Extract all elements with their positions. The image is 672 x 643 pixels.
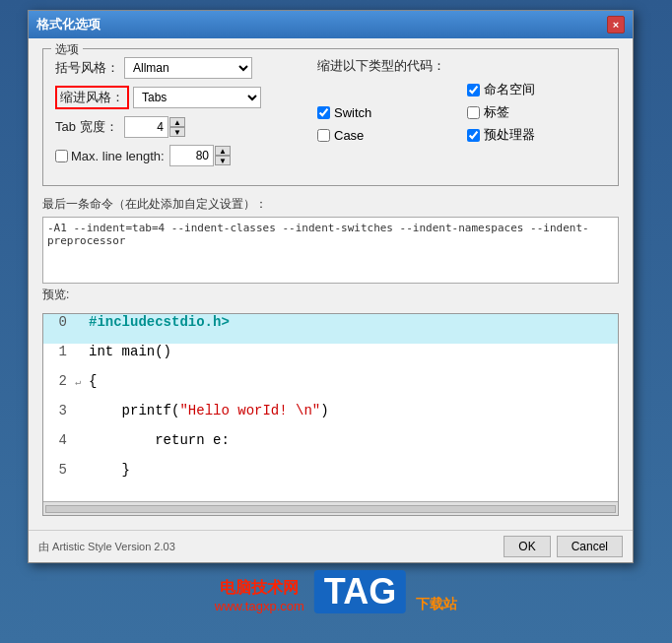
namespace-checkbox-row: 命名空间 xyxy=(467,81,607,98)
code-line-1: 1 int main() xyxy=(43,344,618,373)
scrollbar-track[interactable] xyxy=(45,505,616,513)
left-column: 括号风格： Allman 缩进风格： Tabs Tab xyxy=(55,57,282,173)
preprocessor-checkbox[interactable] xyxy=(467,129,480,142)
close-button[interactable]: × xyxy=(607,16,625,33)
tag-label: 标签 xyxy=(484,103,509,121)
namespace-checkbox[interactable] xyxy=(467,84,480,96)
preview-scrollbar[interactable] xyxy=(43,501,618,515)
tab-width-input[interactable] xyxy=(124,116,168,138)
code-line-4: 4 return e: xyxy=(43,432,618,462)
format-options-dialog: 格式化选项 × 选项 括号风格： Allman xyxy=(28,10,634,563)
line-num-5: 5 xyxy=(47,462,67,478)
max-line-input[interactable] xyxy=(169,145,214,166)
code-line-5: 5 } xyxy=(43,462,618,491)
code-text-3a: printf( xyxy=(89,403,179,418)
dialog-body: 选项 括号风格： Allman 缩进风格： Tabs xyxy=(29,38,633,530)
line-num-4: 4 xyxy=(47,432,67,448)
options-section: 选项 括号风格： Allman 缩进风格： Tabs xyxy=(42,48,619,186)
bracket-style-select[interactable]: Allman xyxy=(124,57,252,79)
bracket-style-row: 括号风格： Allman xyxy=(55,57,282,79)
line-marker-2: ↵ xyxy=(75,376,89,388)
preview-code-area: 0 #includecstdio.h> 1 int main() 2 ↵ xyxy=(43,314,618,501)
tab-width-spinner[interactable]: ▲ ▼ xyxy=(169,117,185,137)
dialog-titlebar: 格式化选项 × xyxy=(29,11,633,38)
code-text-0: #includecstdio.h> xyxy=(89,314,230,330)
right-column: 缩进以下类型的代码： 命名空间 Switch xyxy=(302,57,606,173)
preview-section: 预览: 0 #includecstdio.h> 1 int main() xyxy=(42,287,619,516)
indent-style-select[interactable]: Tabs xyxy=(133,87,261,108)
tag-checkbox[interactable] xyxy=(467,106,480,119)
tab-width-label: Tab 宽度： xyxy=(55,118,124,136)
code-text-3b: "Hello worId! \n" xyxy=(179,403,320,418)
last-cmd-textarea[interactable]: -A1 --indent=tab=4 --indent-classes --in… xyxy=(42,217,619,284)
ok-button[interactable]: OK xyxy=(504,536,550,557)
max-line-spinner[interactable]: ▲ ▼ xyxy=(215,146,231,165)
dialog-title: 格式化选项 xyxy=(36,16,101,33)
section-options-label: 选项 xyxy=(51,41,83,58)
preview-box: 0 #includecstdio.h> 1 int main() 2 ↵ xyxy=(42,313,619,516)
preprocessor-checkbox-row: 预处理器 xyxy=(467,126,607,144)
tag-checkbox-row: 标签 xyxy=(467,103,607,121)
code-line-3: 3 printf("Hello worId! \n" ) xyxy=(43,403,618,432)
line-num-3: 3 xyxy=(47,403,67,418)
case-checkbox-row: Case xyxy=(317,126,457,144)
code-line-0: 0 #includecstdio.h> xyxy=(43,314,618,344)
indent-style-label: 缩进风格： xyxy=(55,86,129,109)
code-text-2: { xyxy=(89,373,97,389)
code-text-5: } xyxy=(89,462,130,478)
indent-checkboxes: 命名空间 Switch 标签 xyxy=(317,81,606,144)
indent-style-row: 缩进风格： Tabs xyxy=(55,86,282,109)
dialog-footer: 由 Artistic Style Version 2.03 OK Cancel xyxy=(29,530,633,562)
max-spin-down[interactable]: ▼ xyxy=(215,156,231,165)
footer-buttons: OK Cancel xyxy=(504,536,623,557)
line-num-0: 0 xyxy=(47,314,67,330)
last-cmd-label: 最后一条命令（在此处添加自定义设置）： xyxy=(42,196,619,213)
bracket-style-label: 括号风格： xyxy=(55,59,124,77)
tab-width-row: Tab 宽度： ▲ ▼ xyxy=(55,116,282,138)
code-line-2: 2 ↵ { xyxy=(43,373,618,403)
case-checkbox[interactable] xyxy=(317,129,330,142)
switch-checkbox[interactable] xyxy=(317,106,330,119)
spin-down[interactable]: ▼ xyxy=(169,127,185,137)
switch-label: Switch xyxy=(334,105,371,120)
namespace-label: 命名空间 xyxy=(484,81,535,98)
code-text-1: int main() xyxy=(89,344,171,359)
cancel-button[interactable]: Cancel xyxy=(557,536,623,557)
indent-types-label: 缩进以下类型的代码： xyxy=(317,57,606,75)
line-num-1: 1 xyxy=(47,344,67,359)
last-command-section: 最后一条命令（在此处添加自定义设置）： -A1 --indent=tab=4 -… xyxy=(42,196,619,287)
case-label: Case xyxy=(334,128,364,143)
switch-checkbox-row: Switch xyxy=(317,103,457,121)
preview-label: 预览: xyxy=(42,287,619,303)
max-spin-up[interactable]: ▲ xyxy=(215,146,231,156)
code-text-4: return e: xyxy=(89,432,230,448)
spin-up[interactable]: ▲ xyxy=(169,117,185,127)
version-label: 由 Artistic Style Version 2.03 xyxy=(38,540,175,554)
max-line-row: Max. line length: ▲ ▼ xyxy=(55,145,282,166)
max-line-label: Max. line length: xyxy=(71,149,169,163)
preprocessor-label: 预处理器 xyxy=(484,126,535,144)
max-line-checkbox[interactable] xyxy=(55,150,68,162)
line-num-2: 2 xyxy=(47,373,67,389)
code-text-3c: ) xyxy=(320,403,328,418)
